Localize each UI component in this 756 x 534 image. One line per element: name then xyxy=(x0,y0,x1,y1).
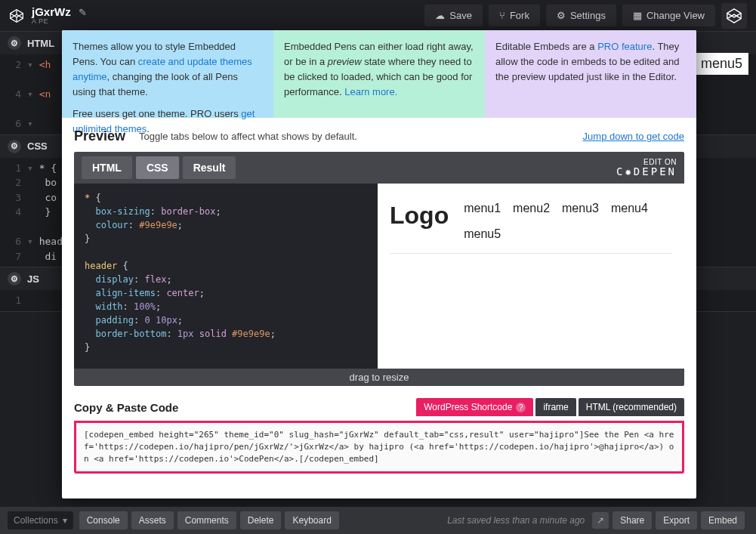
toggle-caption: Toggle tabs below to affect what shows b… xyxy=(139,131,357,142)
gear-icon[interactable]: ⚙ xyxy=(8,140,21,153)
pen-title-block: jGxrWz ✎ A PE xyxy=(32,5,87,26)
embed-modal: Themes allow you to style Embedded Pens.… xyxy=(62,30,696,499)
edit-on-codepen-link[interactable]: EDIT ON C✹DEPEN xyxy=(616,158,677,177)
copy-paste-heading: Copy & Paste Code xyxy=(74,401,178,414)
embed-preview-box: HTML CSS Result EDIT ON C✹DEPEN * { box-… xyxy=(74,152,684,386)
css-panel-label: CSS xyxy=(27,140,48,152)
embed-button[interactable]: Embed xyxy=(701,511,745,529)
save-status: Last saved less than a minute ago xyxy=(447,515,585,526)
footer-bar: Collections▾ Console Assets Comments Del… xyxy=(0,507,756,534)
result-menu-item: menu1 xyxy=(464,202,501,215)
embed-tab-css[interactable]: CSS xyxy=(136,156,179,179)
info-editable: Editable Embeds are a PRO feature. They … xyxy=(485,30,696,118)
gear-icon[interactable]: ⚙ xyxy=(8,36,21,50)
bg-preview-menu-item: menu5 xyxy=(695,53,748,75)
keyboard-button[interactable]: Keyboard xyxy=(285,511,338,529)
code-tab-wordpress[interactable]: WordPress Shortcode? xyxy=(416,398,533,416)
pro-feature-link[interactable]: PRO feature xyxy=(597,41,652,52)
profile-codepen-icon[interactable] xyxy=(721,3,747,29)
jump-to-code-link[interactable]: Jump down to get code xyxy=(583,131,684,142)
settings-button[interactable]: ⚙Settings xyxy=(546,5,616,26)
share-button[interactable]: Share xyxy=(613,511,652,529)
delete-button[interactable]: Delete xyxy=(240,511,282,529)
layout-icon: ▦ xyxy=(633,10,642,21)
embed-tab-result[interactable]: Result xyxy=(183,156,236,179)
assets-button[interactable]: Assets xyxy=(131,511,174,529)
embed-tab-html[interactable]: HTML xyxy=(82,156,132,179)
help-icon[interactable]: ? xyxy=(516,403,526,412)
drag-resize-handle[interactable]: drag to resize xyxy=(74,369,684,386)
gear-icon[interactable]: ⚙ xyxy=(8,272,21,286)
pen-title[interactable]: jGxrWz xyxy=(32,5,71,18)
fork-icon: ⑂ xyxy=(499,10,505,21)
result-logo: Logo xyxy=(390,202,449,230)
pen-subtitle: A PE xyxy=(32,18,87,26)
result-menu-item: menu5 xyxy=(464,227,501,241)
info-themes: Themes allow you to style Embedded Pens.… xyxy=(62,30,273,118)
export-button[interactable]: Export xyxy=(656,511,697,529)
save-button[interactable]: ☁Save xyxy=(424,5,483,26)
info-preview: Embedded Pens can either load right away… xyxy=(273,30,485,118)
console-button[interactable]: Console xyxy=(79,511,128,529)
code-tab-html[interactable]: HTML (recommended) xyxy=(579,398,684,416)
result-menu-item: menu3 xyxy=(562,202,599,215)
preview-heading: Preview xyxy=(74,128,125,144)
result-menu-item: menu4 xyxy=(611,202,648,215)
collections-dropdown[interactable]: Collections▾ xyxy=(8,511,73,529)
embed-css-code[interactable]: * { box-sizing: border-box; colour: #9e9… xyxy=(74,184,378,369)
comments-button[interactable]: Comments xyxy=(177,511,236,529)
svg-marker-3 xyxy=(727,8,741,22)
learn-more-link[interactable]: Learn more. xyxy=(344,86,397,97)
embed-code-textarea[interactable]: [codepen_embed height="265" theme_id="0"… xyxy=(74,421,684,474)
change-view-button[interactable]: ▦Change View xyxy=(622,5,715,26)
code-tab-iframe[interactable]: iframe xyxy=(535,398,575,416)
chevron-down-icon: ▾ xyxy=(63,515,67,526)
cloud-icon: ☁ xyxy=(435,10,445,21)
codepen-logo-icon xyxy=(9,8,24,23)
external-link-icon[interactable]: ↗ xyxy=(592,512,609,529)
js-panel-label: JS xyxy=(27,273,39,285)
gear-icon: ⚙ xyxy=(557,10,566,21)
html-panel-label: HTML xyxy=(27,38,54,49)
result-menu-item: menu2 xyxy=(513,202,550,215)
embed-result-preview: Logo menu1 menu2 menu3 menu4 menu5 xyxy=(378,184,684,369)
top-header: jGxrWz ✎ A PE ☁Save ⑂Fork ⚙Settings ▦Cha… xyxy=(0,0,756,32)
fork-button[interactable]: ⑂Fork xyxy=(489,5,540,26)
edit-pencil-icon[interactable]: ✎ xyxy=(79,7,87,18)
